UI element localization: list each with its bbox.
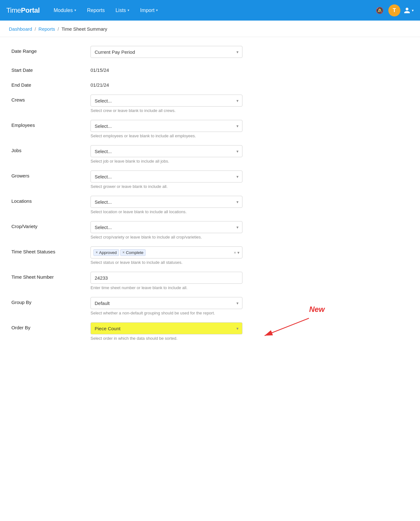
order-by-select[interactable]: Piece Count Default Employee Job bbox=[91, 322, 242, 334]
employees-hint: Select employees or leave blank to inclu… bbox=[91, 133, 242, 138]
crews-label: Crews bbox=[11, 95, 84, 102]
notifications-icon[interactable]: 🔕 bbox=[374, 5, 385, 16]
avatar[interactable]: T bbox=[388, 4, 400, 16]
locations-select-wrapper: Select... ▾ bbox=[91, 196, 242, 208]
breadcrumb-sep1: / bbox=[34, 26, 36, 32]
timesheet-statuses-hint: Select status or leave blank to include … bbox=[91, 260, 242, 265]
crews-row: Crews Select... ▾ Select crew or leave b… bbox=[11, 95, 273, 113]
growers-label: Growers bbox=[11, 171, 84, 178]
locations-field: Select... ▾ Select location or leave bla… bbox=[91, 196, 242, 214]
tagbox-chevron-icon[interactable]: ▾ bbox=[237, 250, 240, 255]
locations-row: Locations Select... ▾ Select location or… bbox=[11, 196, 273, 214]
timesheet-number-field: Enter time sheet number or leave blank t… bbox=[91, 272, 242, 290]
tag-complete-remove[interactable]: × bbox=[122, 250, 125, 255]
order-by-select-wrapper: Piece Count Default Employee Job ▾ bbox=[91, 322, 242, 334]
date-range-select[interactable]: Current Pay Period Last Pay Period Custo… bbox=[91, 46, 242, 58]
crop-variety-field: Select... ▾ Select crop/variety or leave… bbox=[91, 221, 242, 239]
svg-line-1 bbox=[265, 318, 309, 336]
group-by-label: Group By bbox=[11, 297, 84, 305]
date-range-field: Current Pay Period Last Pay Period Custo… bbox=[91, 46, 242, 58]
nav-lists[interactable]: Lists ▾ bbox=[111, 5, 134, 16]
order-by-row: Order By Piece Count Default Employee Jo… bbox=[11, 322, 273, 341]
order-by-hint: Select order in which the data should be… bbox=[91, 336, 242, 341]
timesheet-number-hint: Enter time sheet number or leave blank t… bbox=[91, 285, 242, 290]
crop-variety-row: Crop/Variety Select... ▾ Select crop/var… bbox=[11, 221, 273, 239]
crop-variety-label: Crop/Variety bbox=[11, 221, 84, 229]
crews-select-wrapper: Select... ▾ bbox=[91, 95, 242, 107]
start-date-field: 01/15/24 bbox=[91, 65, 242, 73]
crop-variety-select-wrapper: Select... ▾ bbox=[91, 221, 242, 233]
tag-approved: × Approved bbox=[93, 249, 119, 256]
employees-select[interactable]: Select... bbox=[91, 120, 242, 132]
breadcrumb: Dashboard / Reports / Time Sheet Summary bbox=[0, 21, 420, 37]
breadcrumb-sep2: / bbox=[58, 26, 59, 32]
end-date-row: End Date 01/21/24 bbox=[11, 80, 273, 88]
start-date-label: Start Date bbox=[11, 65, 84, 73]
brand-logo[interactable]: TimePortal bbox=[6, 6, 40, 15]
group-by-select-wrapper: Default Crew Employee Job ▾ bbox=[91, 297, 242, 309]
breadcrumb-reports[interactable]: Reports bbox=[39, 26, 55, 32]
group-by-field: Default Crew Employee Job ▾ Select wheth… bbox=[91, 297, 242, 315]
nav-right: 🔕 T ▾ bbox=[374, 4, 414, 16]
end-date-value: 01/21/24 bbox=[91, 80, 242, 88]
jobs-field: Select... ▾ Select job or leave blank to… bbox=[91, 145, 242, 164]
jobs-hint: Select job or leave blank to include all… bbox=[91, 159, 242, 164]
nav-modules[interactable]: Modules ▾ bbox=[49, 5, 80, 16]
report-form: Date Range Current Pay Period Last Pay P… bbox=[0, 37, 285, 357]
crews-field: Select... ▾ Select crew or leave blank t… bbox=[91, 95, 242, 113]
new-annotation-arrow bbox=[255, 315, 325, 340]
nav-import[interactable]: Import ▾ bbox=[136, 5, 162, 16]
timesheet-number-input[interactable] bbox=[91, 272, 242, 284]
growers-hint: Select grower or leave blank to include … bbox=[91, 184, 242, 189]
timesheet-statuses-label: Time Sheet Statuses bbox=[11, 246, 84, 254]
user-chevron-icon: ▾ bbox=[412, 8, 414, 13]
order-by-label: Order By bbox=[11, 322, 84, 330]
start-date-value: 01/15/24 bbox=[91, 65, 242, 73]
tagbox-clear-icon[interactable]: × bbox=[234, 250, 236, 255]
breadcrumb-current: Time Sheet Summary bbox=[61, 26, 107, 32]
timesheet-number-label: Time Sheet Number bbox=[11, 272, 84, 280]
timesheet-statuses-field: × Approved × Complete × ▾ Select status … bbox=[91, 246, 242, 265]
growers-select-wrapper: Select... ▾ bbox=[91, 171, 242, 183]
modules-chevron-icon: ▾ bbox=[74, 8, 76, 12]
group-by-row: Group By Default Crew Employee Job ▾ Sel… bbox=[11, 297, 273, 315]
growers-select[interactable]: Select... bbox=[91, 171, 242, 183]
group-by-hint: Select whether a non-default grouping sh… bbox=[91, 311, 242, 315]
locations-hint: Select location or leave blank to includ… bbox=[91, 209, 242, 214]
date-range-label: Date Range bbox=[11, 46, 84, 54]
nav-links: Modules ▾ Reports Lists ▾ Import ▾ bbox=[49, 5, 374, 16]
tag-complete: × Complete bbox=[120, 249, 146, 256]
crop-variety-select[interactable]: Select... bbox=[91, 221, 242, 233]
jobs-row: Jobs Select... ▾ Select job or leave bla… bbox=[11, 145, 273, 164]
date-range-select-wrapper: Current Pay Period Last Pay Period Custo… bbox=[91, 46, 242, 58]
employees-row: Employees Select... ▾ Select employees o… bbox=[11, 120, 273, 138]
jobs-label: Jobs bbox=[11, 145, 84, 153]
tagbox-controls: × ▾ bbox=[234, 250, 240, 255]
crews-hint: Select crew or leave blank to include al… bbox=[91, 108, 242, 113]
end-date-field: 01/21/24 bbox=[91, 80, 242, 88]
order-by-field: Piece Count Default Employee Job ▾ New bbox=[91, 322, 242, 341]
group-by-select[interactable]: Default Crew Employee Job bbox=[91, 297, 242, 309]
locations-select[interactable]: Select... bbox=[91, 196, 242, 208]
growers-field: Select... ▾ Select grower or leave blank… bbox=[91, 171, 242, 189]
growers-row: Growers Select... ▾ Select grower or lea… bbox=[11, 171, 273, 189]
tag-approved-remove[interactable]: × bbox=[96, 250, 98, 255]
user-menu[interactable]: ▾ bbox=[404, 7, 414, 14]
brand-portal: Portal bbox=[21, 6, 40, 14]
end-date-label: End Date bbox=[11, 80, 84, 88]
brand-time: Time bbox=[6, 6, 21, 14]
timesheet-statuses-tagbox[interactable]: × Approved × Complete × ▾ bbox=[91, 246, 242, 258]
breadcrumb-dashboard[interactable]: Dashboard bbox=[9, 26, 32, 32]
nav-reports[interactable]: Reports bbox=[83, 5, 109, 16]
date-range-row: Date Range Current Pay Period Last Pay P… bbox=[11, 46, 273, 58]
timesheet-number-row: Time Sheet Number Enter time sheet numbe… bbox=[11, 272, 273, 290]
employees-select-wrapper: Select... ▾ bbox=[91, 120, 242, 132]
timesheet-statuses-row: Time Sheet Statuses × Approved × Complet… bbox=[11, 246, 273, 265]
import-chevron-icon: ▾ bbox=[156, 8, 158, 12]
locations-label: Locations bbox=[11, 196, 84, 204]
crews-select[interactable]: Select... bbox=[91, 95, 242, 107]
lists-chevron-icon: ▾ bbox=[128, 8, 129, 12]
jobs-select[interactable]: Select... bbox=[91, 145, 242, 157]
jobs-select-wrapper: Select... ▾ bbox=[91, 145, 242, 157]
top-navigation: TimePortal Modules ▾ Reports Lists ▾ Imp… bbox=[0, 0, 420, 21]
